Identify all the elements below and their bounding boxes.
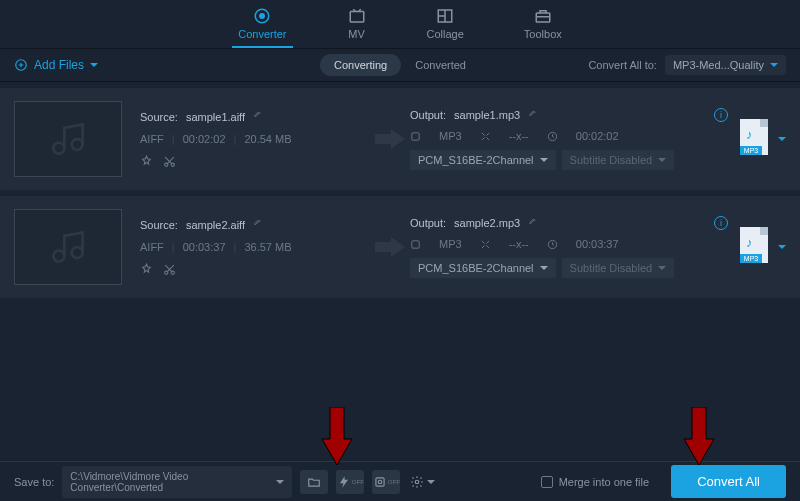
file-row: Source: sample1.aiff AIFF|00:02:02|20.54… (0, 88, 800, 190)
gear-icon (410, 475, 424, 489)
edit-icon[interactable] (253, 111, 264, 122)
clock-icon (547, 239, 558, 250)
thumbnail (14, 101, 122, 177)
svg-point-20 (415, 480, 419, 484)
info-icon[interactable]: i (714, 108, 728, 122)
tab-toolbox[interactable]: Toolbox (518, 7, 568, 48)
save-to-label: Save to: (14, 476, 54, 488)
svg-point-1 (260, 14, 265, 19)
svg-rect-18 (376, 477, 384, 485)
svg-point-13 (72, 247, 83, 258)
clock-icon (547, 131, 558, 142)
sub-bar: Add Files Converting Converted Convert A… (0, 48, 800, 82)
tab-mv[interactable]: MV (341, 7, 373, 48)
convert-all-format-dropdown[interactable]: MP3-Med...Quality (665, 55, 786, 75)
tab-converting[interactable]: Converting (320, 54, 401, 76)
trim-icon[interactable] (163, 263, 176, 276)
open-folder-button[interactable] (300, 470, 328, 494)
hardware-accel-button[interactable]: OFF (336, 470, 364, 494)
tab-collage[interactable]: Collage (421, 7, 470, 48)
arrow-icon (370, 127, 410, 151)
checkbox-icon (541, 476, 553, 488)
file-row: Source: sample2.aiff AIFF|00:03:37|36.57… (0, 196, 800, 298)
tab-converted[interactable]: Converted (401, 54, 480, 76)
speed-icon (373, 475, 387, 489)
arrow-icon (370, 235, 410, 259)
svg-point-19 (378, 480, 382, 484)
status-tabs: Converting Converted (320, 54, 480, 76)
codec-dropdown[interactable]: PCM_S16BE-2Channel (410, 150, 556, 170)
format-icon (410, 131, 421, 142)
chevron-down-icon (276, 480, 284, 484)
mv-icon (347, 7, 367, 25)
svg-point-6 (53, 143, 64, 154)
toolbox-icon (533, 7, 553, 25)
edit-icon[interactable] (528, 110, 539, 121)
chevron-down-icon[interactable] (778, 245, 786, 249)
top-nav: Converter MV Collage Toolbox (0, 0, 800, 48)
svg-point-12 (53, 251, 64, 262)
folder-icon (307, 475, 321, 489)
chevron-down-icon (770, 63, 778, 67)
plus-circle-icon (14, 58, 28, 72)
thumbnail (14, 209, 122, 285)
edit-icon[interactable] (253, 219, 264, 230)
annotation-arrow (682, 407, 716, 467)
effects-icon[interactable] (140, 155, 153, 168)
svg-rect-16 (412, 240, 419, 247)
chevron-down-icon[interactable] (778, 137, 786, 141)
add-files-button[interactable]: Add Files (14, 58, 98, 72)
codec-dropdown[interactable]: PCM_S16BE-2Channel (410, 258, 556, 278)
high-speed-button[interactable]: OFF (372, 470, 400, 494)
tab-converter[interactable]: Converter (232, 7, 292, 48)
resolution-icon (480, 131, 491, 142)
converter-icon (252, 7, 272, 25)
effects-icon[interactable] (140, 263, 153, 276)
subtitle-dropdown[interactable]: Subtitle Disabled (562, 150, 675, 170)
format-icon (410, 239, 421, 250)
convert-all-button[interactable]: Convert All (671, 465, 786, 498)
edit-icon[interactable] (528, 218, 539, 229)
chevron-down-icon (427, 480, 435, 484)
trim-icon[interactable] (163, 155, 176, 168)
output-format-button[interactable]: ♪MP3 (740, 227, 774, 267)
output-format-button[interactable]: ♪MP3 (740, 119, 774, 159)
music-note-icon (46, 117, 90, 161)
collage-icon (435, 7, 455, 25)
chevron-down-icon (90, 63, 98, 67)
resolution-icon (480, 239, 491, 250)
annotation-arrow (320, 407, 354, 467)
subtitle-dropdown[interactable]: Subtitle Disabled (562, 258, 675, 278)
convert-all-to: Convert All to: MP3-Med...Quality (588, 55, 786, 75)
bottom-bar: Save to: C:\Vidmore\Vidmore Video Conver… (0, 461, 800, 501)
info-icon[interactable]: i (714, 216, 728, 230)
lightning-icon (337, 475, 351, 489)
settings-button[interactable] (408, 470, 436, 494)
save-path-dropdown[interactable]: C:\Vidmore\Vidmore Video Converter\Conve… (62, 466, 292, 498)
music-note-icon (46, 225, 90, 269)
svg-point-7 (72, 139, 83, 150)
file-list: Source: sample1.aiff AIFF|00:02:02|20.54… (0, 82, 800, 304)
svg-rect-2 (350, 12, 364, 23)
svg-rect-10 (412, 132, 419, 139)
merge-checkbox[interactable]: Merge into one file (541, 476, 650, 488)
